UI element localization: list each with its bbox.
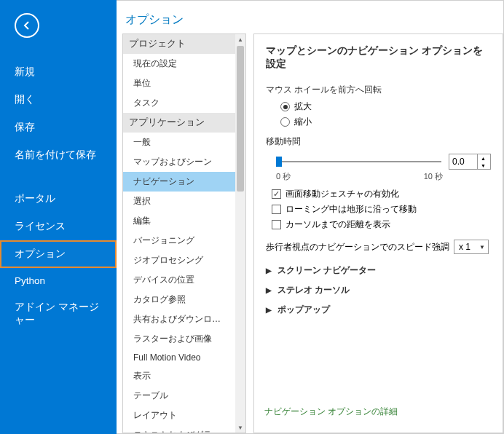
chevron-right-icon: ▶: [266, 306, 272, 314]
expander-popup[interactable]: ▶ ポップアップ: [266, 304, 491, 316]
expander-screen-navigator[interactable]: ▶ スクリーン ナビゲーター: [266, 264, 491, 277]
sidebar-item-options[interactable]: オプション: [0, 240, 117, 268]
sidebar-item-save[interactable]: 保存: [0, 114, 117, 141]
cat-fmv[interactable]: Full Motion Video: [123, 349, 235, 366]
checkbox-gesture-label: 画面移動ジェスチャの有効化: [286, 188, 399, 200]
sidebar-item-python[interactable]: Python: [0, 268, 117, 293]
learn-more-link[interactable]: ナビゲーション オプションの詳細: [264, 406, 398, 418]
slider-max-label: 10 秒: [424, 171, 443, 182]
cat-editing[interactable]: 編集: [123, 211, 235, 231]
cat-map-scene[interactable]: マップおよびシーン: [123, 152, 235, 172]
options-dialog: オプション プロジェクト 現在の設定 単位 タスク アプリケーション 一般 マッ…: [117, 0, 504, 434]
expander-stereo-cursor-label: ステレオ カーソル: [277, 284, 350, 296]
settings-pane: マップとシーンのナビゲーション オプションを設定 マウス ホイールを前方へ回転 …: [253, 33, 503, 433]
chevron-right-icon: ▶: [266, 267, 272, 275]
spinner-up-icon[interactable]: ▲: [478, 154, 489, 162]
sidebar-item-open[interactable]: 開く: [0, 86, 117, 114]
expander-popup-label: ポップアップ: [277, 304, 330, 316]
checkbox-gesture[interactable]: [272, 189, 281, 199]
radio-zoom-in[interactable]: [280, 102, 290, 111]
walk-speed-combo[interactable]: x 1 ▼: [454, 240, 489, 254]
cat-selection[interactable]: 選択: [123, 192, 235, 211]
spinner-down-icon[interactable]: ▼: [478, 162, 489, 169]
chevron-right-icon: ▶: [266, 286, 272, 294]
category-header-project: プロジェクト: [123, 34, 235, 54]
scroll-up-icon[interactable]: ▲: [235, 34, 245, 44]
checkbox-cursor-distance-label: カーソルまでの距離を表示: [286, 218, 390, 231]
cat-layout[interactable]: レイアウト: [123, 406, 235, 425]
cat-geoprocessing[interactable]: ジオプロセシング: [123, 250, 235, 270]
expander-stereo-cursor[interactable]: ▶ ステレオ カーソル: [266, 284, 491, 296]
cat-display[interactable]: 表示: [123, 366, 235, 386]
sidebar-item-new[interactable]: 新規: [0, 58, 117, 86]
cat-general[interactable]: 一般: [123, 133, 235, 152]
checkbox-roaming-label: ローミング中は地形に沿って移動: [286, 203, 417, 216]
chevron-down-icon: ▼: [479, 244, 485, 250]
walk-speed-value: x 1: [459, 242, 470, 252]
checkbox-cursor-distance[interactable]: [272, 220, 281, 229]
cat-text-graphics[interactable]: テキストおよびグラフィックス: [123, 425, 235, 433]
cat-navigation[interactable]: ナビゲーション: [123, 172, 235, 192]
sidebar-item-addin-manager[interactable]: アドイン マネージャー: [0, 293, 117, 334]
cat-table[interactable]: テーブル: [123, 386, 235, 406]
cat-catalog-browse[interactable]: カタログ参照: [123, 290, 235, 309]
cat-share-download[interactable]: 共有およびダウンロード: [123, 309, 235, 329]
pane-heading: マップとシーンのナビゲーション オプションを設定: [266, 44, 491, 71]
sidebar-item-license[interactable]: ライセンス: [0, 213, 117, 240]
scroll-thumb[interactable]: [237, 46, 244, 192]
category-scrollbar[interactable]: ▲ ▼: [235, 34, 245, 433]
sidebar-item-portal[interactable]: ポータル: [0, 185, 117, 213]
transition-time-label: 移動時間: [266, 135, 491, 148]
scroll-down-icon[interactable]: ▼: [235, 422, 245, 433]
backstage-sidebar: 新規 開く 保存 名前を付けて保存 ポータル ライセンス オプション Pytho…: [0, 0, 117, 434]
slider-min-label: 0 秒: [276, 171, 291, 182]
transition-spinner[interactable]: ▲ ▼: [449, 154, 491, 170]
radio-zoom-out-label: 縮小: [294, 116, 312, 128]
sidebar-item-saveas[interactable]: 名前を付けて保存: [0, 141, 117, 169]
radio-zoom-out[interactable]: [280, 117, 290, 127]
checkbox-roaming[interactable]: [272, 205, 281, 214]
category-list: プロジェクト 現在の設定 単位 タスク アプリケーション 一般 マップおよびシー…: [122, 33, 246, 433]
arrow-left-icon: [21, 20, 33, 31]
mouse-wheel-label: マウス ホイールを前方へ回転: [266, 84, 491, 96]
cat-device-location[interactable]: デバイスの位置: [123, 270, 235, 290]
cat-current-settings[interactable]: 現在の設定: [123, 54, 235, 74]
back-button[interactable]: [15, 13, 39, 38]
transition-slider[interactable]: [276, 154, 441, 169]
cat-units[interactable]: 単位: [123, 74, 235, 93]
cat-raster-imagery[interactable]: ラスターおよび画像: [123, 329, 235, 349]
category-header-application: アプリケーション: [123, 113, 235, 133]
cat-tasks[interactable]: タスク: [123, 93, 235, 113]
expander-screen-navigator-label: スクリーン ナビゲーター: [277, 264, 376, 277]
transition-value-input[interactable]: [449, 154, 477, 169]
walk-speed-label: 歩行者視点のナビゲーションでのスピード強調: [266, 241, 449, 253]
radio-zoom-in-label: 拡大: [294, 100, 312, 113]
cat-versioning[interactable]: バージョニング: [123, 231, 235, 250]
dialog-title: オプション: [117, 1, 503, 33]
